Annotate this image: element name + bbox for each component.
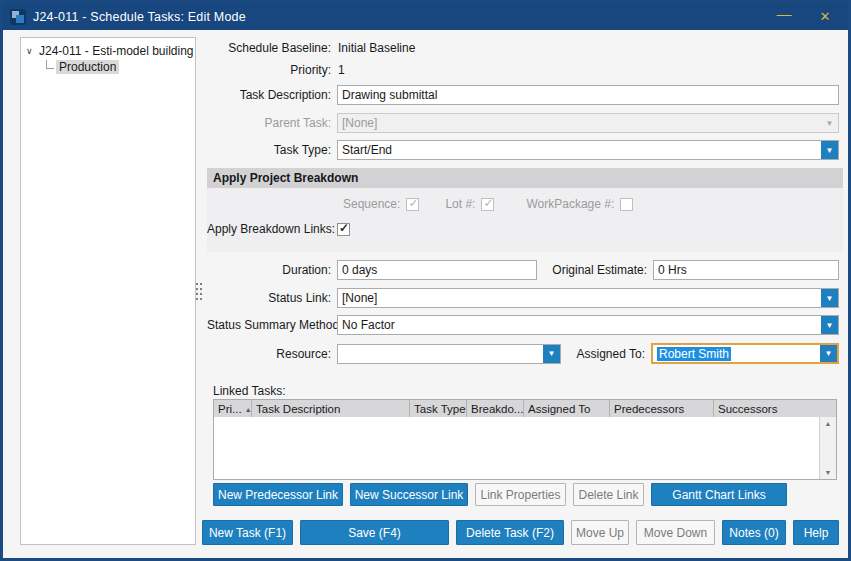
scrollbar-down-icon[interactable]: ▼ — [825, 469, 832, 476]
assigned-to-value: Robert Smith — [657, 347, 731, 361]
dialog-client-area: ∨ J24-011 - Esti-model building Producti… — [3, 30, 848, 558]
parent-task-label: Parent Task: — [207, 116, 337, 130]
lot-number-label: Lot #: — [445, 197, 475, 211]
column-header-assigned-to[interactable]: Assigned To — [524, 400, 610, 417]
move-up-button: Move Up — [571, 520, 629, 545]
original-estimate-input[interactable] — [653, 260, 839, 280]
chevron-down-icon[interactable]: ▼ — [820, 345, 837, 362]
column-header-successors[interactable]: Successors — [714, 400, 814, 417]
chevron-down-icon: ▼ — [821, 114, 838, 132]
sequence-checkbox: ✓ — [406, 198, 419, 211]
close-button[interactable]: ✕ — [808, 3, 842, 30]
check-icon: ✓ — [339, 221, 349, 235]
resource-label: Resource: — [207, 347, 337, 361]
help-button[interactable]: Help — [793, 520, 839, 545]
column-header-task-type[interactable]: Task Type — [410, 400, 467, 417]
column-header-breakdown[interactable]: Breakdo... — [467, 400, 524, 417]
section-body: Sequence: ✓ Lot #: ✓ WorkPackage #: ✓ Ap… — [207, 188, 843, 252]
schedule-tasks-window: J24-011 - Schedule Tasks: Edit Mode — ✕ … — [0, 0, 851, 561]
chevron-down-icon[interactable]: ▼ — [821, 316, 838, 334]
task-edit-form: Schedule Baseline: Initial Baseline Prio… — [207, 33, 839, 548]
priority-label: Priority: — [207, 63, 337, 77]
title-bar: J24-011 - Schedule Tasks: Edit Mode — ✕ — [3, 3, 848, 30]
workpackage-number-label: WorkPackage #: — [526, 197, 614, 211]
tree-branch-line — [46, 60, 54, 69]
resource-combobox[interactable]: ▼ — [337, 344, 561, 364]
status-link-combobox[interactable]: [None] ▼ — [337, 288, 839, 308]
minimize-button[interactable]: — — [767, 3, 801, 30]
chevron-down-icon[interactable]: ▼ — [821, 289, 838, 307]
scrollbar-up-icon[interactable]: ▲ — [825, 420, 832, 427]
chevron-down-icon[interactable]: ∨ — [26, 46, 39, 56]
tree-item-project[interactable]: ∨ J24-011 - Esti-model building — [21, 43, 195, 59]
status-link-value: [None] — [338, 289, 821, 307]
task-type-value: Start/End — [338, 141, 821, 159]
section-header: Apply Project Breakdown — [207, 168, 843, 188]
tree-item-label[interactable]: J24-011 - Esti-model building — [39, 44, 194, 58]
save-button[interactable]: Save (F4) — [300, 520, 449, 545]
apply-project-breakdown-section: Apply Project Breakdown Sequence: ✓ Lot … — [207, 168, 843, 252]
column-header-task-description[interactable]: Task Description — [252, 400, 410, 417]
original-estimate-label: Original Estimate: — [537, 263, 653, 277]
delete-task-button[interactable]: Delete Task (F2) — [456, 520, 564, 545]
column-label: Pri... — [218, 403, 242, 415]
linked-tasks-table: Pri... ▲ Task Description Task Type Brea… — [213, 399, 837, 480]
linked-tasks-label: Linked Tasks: — [213, 384, 286, 398]
link-properties-button: Link Properties — [475, 483, 566, 506]
window-title: J24-011 - Schedule Tasks: Edit Mode — [33, 10, 246, 24]
apply-breakdown-links-checkbox[interactable]: ✓ — [337, 223, 350, 236]
check-icon: ✓ — [483, 196, 493, 210]
new-predecessor-link-button[interactable]: New Predecessor Link — [213, 483, 343, 506]
project-tree-panel: ∨ J24-011 - Esti-model building Producti… — [20, 37, 196, 545]
chevron-down-icon[interactable]: ▼ — [543, 345, 560, 363]
column-header-predecessors[interactable]: Predecessors — [610, 400, 714, 417]
apply-breakdown-links-label: Apply Breakdown Links: — [207, 222, 337, 236]
task-description-input[interactable] — [337, 85, 839, 105]
new-successor-link-button[interactable]: New Successor Link — [350, 483, 468, 506]
table-vertical-scrollbar[interactable]: ▲ ▼ — [819, 417, 836, 479]
check-icon: ✓ — [408, 196, 418, 210]
sequence-label: Sequence: — [343, 197, 400, 211]
lot-number-checkbox: ✓ — [481, 198, 494, 211]
notes-button[interactable]: Notes (0) — [722, 520, 786, 545]
column-header-filler — [814, 400, 836, 417]
sort-icon: ▲ — [245, 406, 252, 413]
task-description-label: Task Description: — [207, 88, 337, 102]
close-icon: ✕ — [820, 9, 831, 24]
gantt-chart-links-button[interactable]: Gantt Chart Links — [651, 483, 787, 506]
duration-input[interactable] — [337, 260, 537, 280]
link-buttons-row: New Predecessor Link New Successor Link … — [213, 483, 787, 506]
priority-value: 1 — [337, 63, 345, 77]
duration-label: Duration: — [207, 263, 337, 277]
parent-task-value: [None] — [338, 114, 821, 132]
new-task-button[interactable]: New Task (F1) — [202, 520, 293, 545]
schedule-baseline-label: Schedule Baseline: — [207, 41, 337, 55]
chevron-down-icon[interactable]: ▼ — [821, 141, 838, 159]
assigned-to-combobox[interactable]: Robert Smith ▼ — [651, 343, 839, 364]
resource-value — [338, 345, 543, 363]
schedule-baseline-value: Initial Baseline — [337, 41, 415, 55]
linked-tasks-rows-empty — [214, 417, 819, 479]
column-header-priority[interactable]: Pri... ▲ — [214, 400, 252, 417]
move-down-button: Move Down — [636, 520, 715, 545]
status-link-label: Status Link: — [207, 291, 337, 305]
parent-task-combobox: [None] ▼ — [337, 113, 839, 133]
task-type-combobox[interactable]: Start/End ▼ — [337, 140, 839, 160]
workpackage-number-checkbox: ✓ — [620, 198, 633, 211]
app-icon — [10, 9, 26, 25]
splitter-grip[interactable] — [196, 283, 202, 301]
delete-link-button: Delete Link — [573, 483, 644, 506]
status-summary-method-label: Status Summary Method: — [207, 318, 337, 332]
minimize-icon: — — [777, 5, 792, 22]
bottom-buttons-row: New Task (F1) Save (F4) Delete Task (F2)… — [202, 520, 839, 545]
status-summary-method-combobox[interactable]: No Factor ▼ — [337, 315, 839, 335]
assigned-to-label: Assigned To: — [561, 347, 651, 361]
tree-item-production[interactable]: Production — [39, 59, 195, 75]
status-summary-method-value: No Factor — [338, 316, 821, 334]
tree-item-label[interactable]: Production — [56, 60, 119, 74]
task-type-label: Task Type: — [207, 143, 337, 157]
linked-tasks-header: Pri... ▲ Task Description Task Type Brea… — [214, 400, 836, 417]
